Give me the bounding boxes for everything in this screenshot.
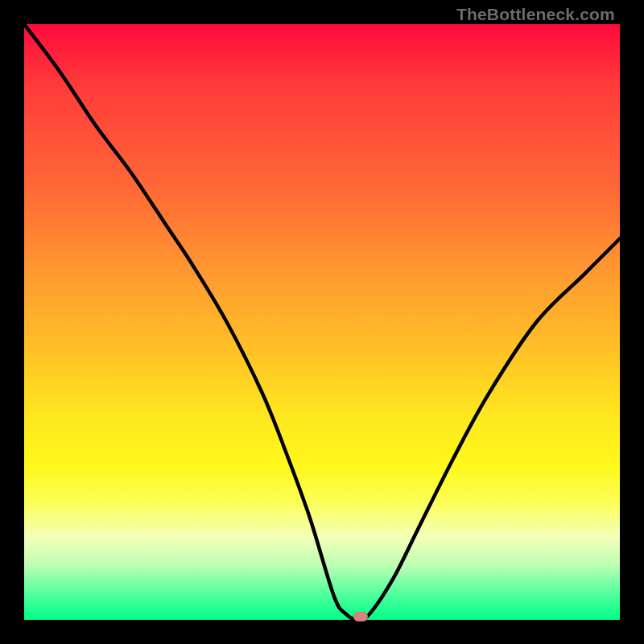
chart-frame: TheBottleneck.com: [0, 0, 644, 644]
bottleneck-curve: [24, 24, 620, 620]
watermark-text: TheBottleneck.com: [456, 5, 615, 24]
minimum-marker: [353, 612, 368, 621]
plot-area: [24, 24, 620, 620]
